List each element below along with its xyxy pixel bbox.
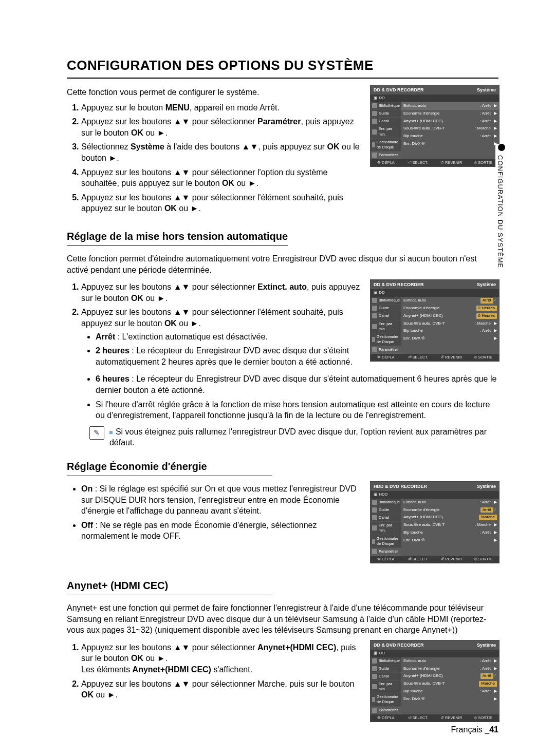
auto-power-off-heading: Réglage de la mise hors tension automati… xyxy=(67,230,288,246)
side-tab-text: CONFIGURATION DU SYSTÈME xyxy=(495,155,505,268)
osd-menu-row: Bip touche: Arrêt▶ xyxy=(401,133,499,140)
osd-side-item: Gestionnaire de Disque xyxy=(371,693,401,706)
side-tab-dot xyxy=(498,144,505,151)
osd-menu-row: Enr. DivX ®▶ xyxy=(401,140,499,148)
osd-storage-label: ▣ HDD xyxy=(371,491,499,499)
chevron-right-icon: ▶ xyxy=(494,126,497,131)
osd-snapshot-4: DD & DVD RECORDERSystème▣ DDBibliothèque… xyxy=(370,640,498,726)
osd-panel: HDD & DVD RECORDERSystème▣ HDDBibliothèq… xyxy=(370,481,499,563)
chevron-right-icon: ▶ xyxy=(494,538,497,543)
chevron-right-icon: ▶ xyxy=(494,328,497,334)
osd-menu-row: Sous-titre auto. DVB-T: Marche▶ xyxy=(401,320,499,328)
osd-side-item: Paramétrer xyxy=(371,152,401,159)
osd-footer-hint: ⎋ SORTIE xyxy=(474,557,492,562)
osd-storage-label: ▣ DD xyxy=(371,94,499,102)
osd-snapshot-1: DD & DVD RECORDERSystème▣ DDBibliothèque… xyxy=(370,85,498,171)
osd-panel: DD & DVD RECORDERSystème▣ DDBibliothèque… xyxy=(370,279,499,362)
osd-side-icon xyxy=(372,525,377,531)
osd-side-icon xyxy=(372,674,377,679)
chevron-right-icon: ▶ xyxy=(494,119,497,124)
osd-section: Système xyxy=(477,483,496,489)
osd-footer-hint: ⎋ SORTIE xyxy=(474,715,492,721)
osd-side-icon xyxy=(372,507,377,513)
osd-side-icon xyxy=(372,684,377,689)
side-tab: CONFIGURATION DU SYSTÈME xyxy=(495,144,508,268)
osd-menu-row: Anynet+ (HDMI CEC)6 Heures xyxy=(401,312,499,320)
osd-menu-row: Bip touche: Arrêt▶ xyxy=(401,327,499,335)
chevron-right-icon: ▶ xyxy=(494,500,497,505)
osd-side-item: Canal xyxy=(371,673,401,681)
chevron-right-icon: ▶ xyxy=(494,530,497,536)
osd-title: HDD & DVD RECORDER xyxy=(374,483,427,489)
anynet-heading: Anynet+ (HDMI CEC) xyxy=(67,579,272,595)
chevron-right-icon: ▶ xyxy=(494,666,497,672)
osd-footer-hint: ⎋ SORTIE xyxy=(474,160,492,165)
osd-menu-row: Extinct. auto: Arrêt▶ xyxy=(401,102,499,110)
step-1: Appuyez sur le bouton MENU, appareil en … xyxy=(81,102,361,114)
osd-side-item: Paramétrer xyxy=(371,346,401,354)
osd-side-item: Enr. par min. xyxy=(371,522,401,535)
check-icon: ✓ xyxy=(493,673,497,679)
osd-menu-row: Anynet+ (HDMI CEC)Arrêt✓ xyxy=(401,672,499,680)
page-footer: Français _41 xyxy=(451,724,499,735)
intro-text: Cette fonction vous permet de configurer… xyxy=(67,87,361,98)
osd-side-item: Gestionnaire de Disque xyxy=(371,139,401,152)
osd-footer-hint: ⏎ SELECT. xyxy=(408,715,429,721)
osd-side-icon xyxy=(372,515,377,520)
osd-side-icon xyxy=(372,142,375,147)
chevron-right-icon: ▶ xyxy=(494,336,497,342)
osd-side-icon xyxy=(372,313,377,318)
osd-side-item: Paramétrer xyxy=(371,548,401,556)
main-steps: Appuyez sur le bouton MENU, appareil en … xyxy=(67,102,361,214)
osd-footer-hint: ↺ REVENIR xyxy=(440,715,462,721)
step-3: Sélectionnez Système à l'aide des bouton… xyxy=(81,141,361,163)
osd-panel: DD & DVD RECORDERSystème▣ DDBibliothèque… xyxy=(370,640,499,722)
step-2: Appuyez sur les boutons ▲▼ pour sélectio… xyxy=(81,116,361,138)
auto-step-2: Appuyez sur les boutons ▲▼ pour sélectio… xyxy=(81,307,361,367)
osd-section: Système xyxy=(477,87,496,93)
anynet-intro: Anynet+ est une fonction qui permet de f… xyxy=(67,602,498,636)
osd-menu-row: Economie d'énergie2 Heures xyxy=(401,305,499,312)
anynet-steps: Appuyez sur les boutons ▲▼ pour sélectio… xyxy=(67,642,361,701)
osd-footer-hint: ↺ REVENIR xyxy=(440,355,462,360)
osd-footer-hint: ✥ DÉPLA. xyxy=(377,355,396,360)
chevron-right-icon: ▶ xyxy=(494,658,497,664)
osd-footer-hint: ⏎ SELECT. xyxy=(408,160,429,165)
osd-footer-hint: ⎋ SORTIE xyxy=(474,355,492,360)
osd-menu-row: Extinct. auto: Arrêt▶ xyxy=(401,657,499,665)
step-5: Appuyez sur les boutons ▲▼ pour sélectio… xyxy=(81,192,361,214)
osd-side-icon xyxy=(372,539,375,544)
osd-side-icon xyxy=(372,111,377,116)
osd-menu-row: Economie d'énergieArrêt✓ xyxy=(401,506,499,514)
osd-title: DD & DVD RECORDER xyxy=(374,642,424,648)
osd-menu-row: Enr. DivX ®▶ xyxy=(401,537,499,544)
osd-side-icon xyxy=(372,129,377,135)
osd-side-icon xyxy=(372,549,377,554)
osd-footer-hint: ✥ DÉPLA. xyxy=(377,557,396,562)
osd-side-item: Guide xyxy=(371,305,401,312)
osd-footer-hint: ⏎ SELECT. xyxy=(408,355,429,360)
osd-menu-row: Sous-titre auto. DVB-TMarche xyxy=(401,680,499,688)
osd-menu-row: Enr. DivX ®▶ xyxy=(401,695,499,703)
osd-title: DD & DVD RECORDER xyxy=(374,281,424,288)
check-icon: ✓ xyxy=(493,298,497,304)
osd-side-icon xyxy=(372,658,377,664)
osd-side-item: Enr. par min. xyxy=(371,320,401,333)
osd-menu-row: Anynet+ (HDMI CEC)Marche xyxy=(401,514,499,521)
osd-side-icon xyxy=(372,119,377,124)
osd-side-icon xyxy=(372,708,377,713)
osd-menu-row: Anynet+ (HDMI CEC): Arrêt▶ xyxy=(401,118,499,125)
osd-menu-row: Economie d'énergie: Arrêt▶ xyxy=(401,110,499,118)
check-icon: ✓ xyxy=(493,507,497,513)
osd-footer-hint: ↺ REVENIR xyxy=(440,160,462,165)
osd-side-icon xyxy=(372,103,377,108)
chevron-right-icon: ▶ xyxy=(494,103,497,109)
osd-side-icon xyxy=(372,666,377,671)
osd-footer-hint: ✥ DÉPLA. xyxy=(377,160,396,165)
chevron-right-icon: ▶ xyxy=(494,522,497,528)
osd-side-item: Canal xyxy=(371,312,401,320)
osd-side-item: Guide xyxy=(371,110,401,118)
osd-side-item: Enr. par min. xyxy=(371,125,401,138)
anynet-step-2: Appuyez sur les boutons ▲▼ pour sélectio… xyxy=(81,678,361,701)
eco-heading: Réglage Économie d'énergie xyxy=(67,460,272,476)
